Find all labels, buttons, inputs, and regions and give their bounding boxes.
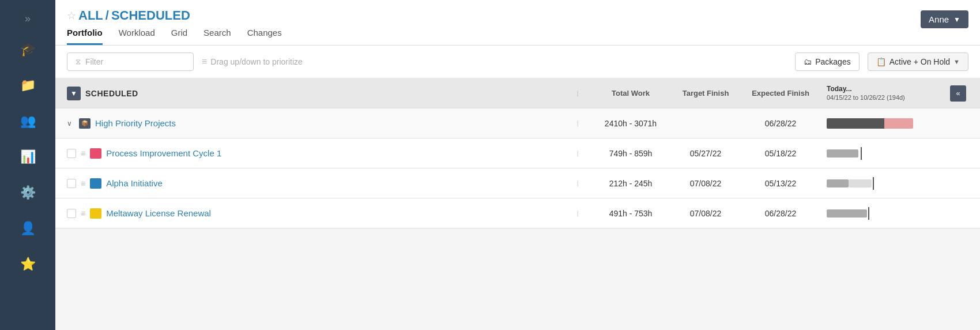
row-gantt-bar xyxy=(821,208,948,219)
sidebar-item-favorites[interactable]: ⭐ xyxy=(0,246,55,282)
timeline-collapse-button[interactable]: « xyxy=(950,85,966,102)
row-drag-handle: ⁞ xyxy=(576,149,579,158)
col-name-header: ▼ SCHEDULED xyxy=(67,87,576,100)
gantt-project1-bar xyxy=(827,148,930,159)
gantt-gray-segment xyxy=(827,179,849,187)
table-row: ∨ 📦 High Priority Projects ⁞ 2410h - 307… xyxy=(55,108,980,138)
tab-changes[interactable]: Changes xyxy=(247,28,282,45)
user-icon: 👤 xyxy=(20,221,36,236)
today-range: 04/15/22 to 10/26/22 (194d) xyxy=(827,93,948,102)
row-gantt-bar xyxy=(821,118,948,129)
packages-button[interactable]: 🗂 Packages xyxy=(795,52,859,71)
sidebar-item-profile[interactable]: 👤 xyxy=(0,211,55,246)
col-toggle-button[interactable]: ▼ xyxy=(67,87,81,100)
user-dropdown-arrow: ▼ xyxy=(953,16,960,24)
tab-workload[interactable]: Workload xyxy=(119,28,155,45)
breadcrumb-scheduled: SCHEDULED xyxy=(111,8,190,23)
gantt-group-bar xyxy=(827,118,930,129)
breadcrumb-all-link[interactable]: ALL xyxy=(78,8,103,23)
people-icon: 👥 xyxy=(20,114,36,129)
row-project-name-col: ≡ Process Improvement Cycle 1 xyxy=(67,148,576,159)
toolbar: ⧖ Filter ≡ Drag up/down to prioritize 🗂 … xyxy=(55,46,980,78)
tab-search[interactable]: Search xyxy=(203,28,231,45)
packages-icon: 🗂 xyxy=(804,57,812,66)
gantt-dark-segment xyxy=(827,118,884,129)
row-drag-handle: ⁞ xyxy=(576,179,579,188)
row-target-finish: 07/08/22 xyxy=(671,179,740,188)
user-name-label: Anne xyxy=(929,14,949,24)
drag-hint: ≡ Drag up/down to prioritize xyxy=(202,57,787,67)
folder-yellow-icon xyxy=(90,208,101,219)
row-expected-finish: 05/13/22 xyxy=(740,179,821,188)
sidebar-collapse-button[interactable]: » xyxy=(0,6,55,32)
breadcrumb-separator: / xyxy=(105,8,109,23)
row-total-work: 2410h - 3071h xyxy=(590,119,671,128)
col-timeline-header: Today... 04/15/22 to 10/26/22 (194d) xyxy=(821,85,948,102)
row-drag-handle: ⁞ xyxy=(576,119,579,128)
col-drag-handle: ⁞ xyxy=(576,89,579,98)
alpha-initiative-link[interactable]: Alpha Initiative xyxy=(106,178,163,188)
filter-input[interactable]: ⧖ Filter xyxy=(67,52,194,71)
table-container: ▼ SCHEDULED ⁞ Total Work Target Finish E… xyxy=(55,78,980,330)
gantt-project2-bar xyxy=(827,178,930,189)
table-row: ≡ Meltaway License Renewal ⁞ 491h - 753h… xyxy=(55,198,980,228)
chart-icon: 📊 xyxy=(20,149,36,164)
filter-placeholder: Filter xyxy=(85,57,103,66)
active-hold-dropdown-icon: ▼ xyxy=(953,58,960,65)
graduation-icon: 🎓 xyxy=(20,42,36,57)
packages-label: Packages xyxy=(815,57,850,66)
col-collapse-header: « xyxy=(948,85,968,102)
row-drag-icon: ≡ xyxy=(81,209,85,218)
sidebar-item-files[interactable]: 📁 xyxy=(0,68,55,103)
row-checkbox[interactable] xyxy=(67,209,76,218)
group-expand-icon[interactable]: ∨ xyxy=(67,119,72,127)
row-gantt-bar xyxy=(821,178,948,189)
gantt-line-marker xyxy=(868,207,869,220)
breadcrumb-star-icon[interactable]: ☆ xyxy=(67,9,76,22)
row-gantt-bar xyxy=(821,148,948,159)
gantt-line-marker xyxy=(873,177,874,190)
row-total-work: 491h - 753h xyxy=(590,209,671,218)
user-button[interactable]: Anne ▼ xyxy=(921,10,968,28)
header-left: ☆ ALL / SCHEDULED Portfolio Workload Gri… xyxy=(67,8,282,45)
row-drag-icon: ≡ xyxy=(81,149,85,158)
folder-blue-icon xyxy=(90,178,101,189)
gantt-light-segment xyxy=(849,179,872,187)
col-expected-finish-header: Expected Finish xyxy=(740,89,821,97)
process-improvement-link[interactable]: Process Improvement Cycle 1 xyxy=(106,148,221,158)
gantt-project3-bar xyxy=(827,208,930,219)
sidebar-item-learning[interactable]: 🎓 xyxy=(0,32,55,68)
row-expected-finish: 06/28/22 xyxy=(740,119,821,128)
drag-hint-icon: ≡ xyxy=(202,57,207,67)
gantt-gray-segment xyxy=(827,149,858,158)
row-expected-finish: 05/18/22 xyxy=(740,149,821,158)
tabs-nav: Portfolio Workload Grid Search Changes xyxy=(67,28,282,45)
active-hold-button[interactable]: 📋 Active + On Hold ▼ xyxy=(868,52,968,71)
gantt-line-marker xyxy=(861,147,862,160)
row-checkbox[interactable] xyxy=(67,179,76,188)
row-group-name-col: ∨ 📦 High Priority Projects xyxy=(67,118,576,129)
package-icon: 📦 xyxy=(79,118,91,129)
meltaway-license-link[interactable]: Meltaway License Renewal xyxy=(106,208,211,218)
row-project-name-col: ≡ Alpha Initiative xyxy=(67,178,576,189)
row-drag-handle: ⁞ xyxy=(576,209,579,218)
header: ☆ ALL / SCHEDULED Portfolio Workload Gri… xyxy=(55,0,980,46)
row-total-work: 212h - 245h xyxy=(590,179,671,188)
col-total-work-header: Total Work xyxy=(590,89,671,97)
breadcrumb: ☆ ALL / SCHEDULED xyxy=(67,8,282,23)
col-scheduled-label: SCHEDULED xyxy=(85,89,138,98)
gantt-gray-segment xyxy=(827,209,867,217)
sidebar-item-reports[interactable]: 📊 xyxy=(0,139,55,175)
settings-icon: ⚙️ xyxy=(20,185,36,200)
tab-grid[interactable]: Grid xyxy=(171,28,187,45)
col-target-finish-header: Target Finish xyxy=(671,89,740,97)
row-checkbox[interactable] xyxy=(67,149,76,158)
sidebar-item-settings[interactable]: ⚙️ xyxy=(0,175,55,211)
table-row: ≡ Alpha Initiative ⁞ 212h - 245h 07/08/2… xyxy=(55,168,980,198)
high-priority-projects-link[interactable]: High Priority Projects xyxy=(95,118,176,128)
drag-hint-text: Drag up/down to prioritize xyxy=(210,57,303,66)
sidebar-item-people[interactable]: 👥 xyxy=(0,103,55,139)
tab-portfolio[interactable]: Portfolio xyxy=(67,28,103,45)
table-header: ▼ SCHEDULED ⁞ Total Work Target Finish E… xyxy=(55,78,980,108)
row-target-finish: 05/27/22 xyxy=(671,149,740,158)
